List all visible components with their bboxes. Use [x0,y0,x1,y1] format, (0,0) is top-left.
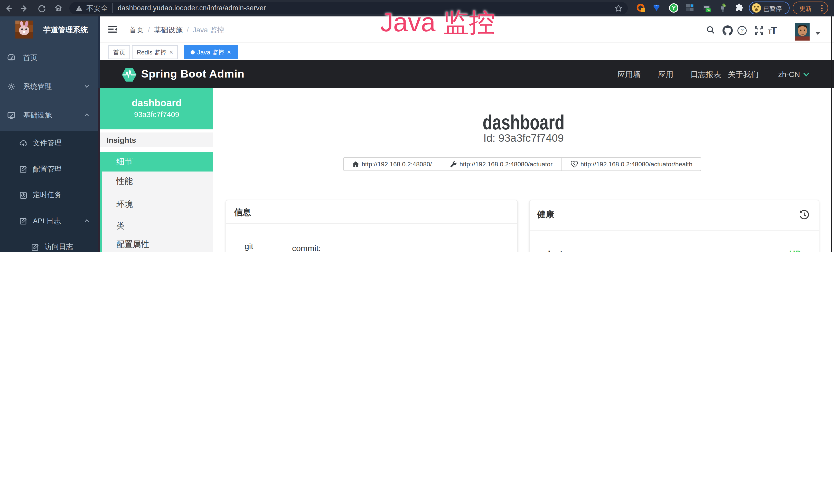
svg-text:1: 1 [642,8,644,12]
svg-text:on: on [707,8,710,11]
svg-text:?: ? [741,27,744,33]
